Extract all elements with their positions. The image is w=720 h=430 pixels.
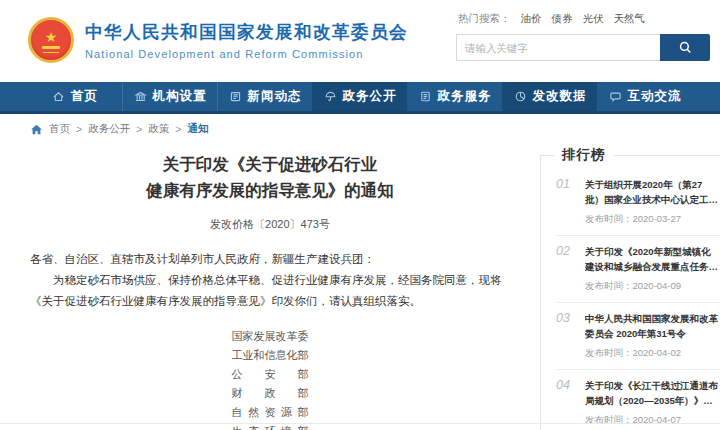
ranking-item-date: 发布时间：2020-04-07 <box>585 414 718 427</box>
ranking-number: 02 <box>556 244 578 293</box>
search-input[interactable] <box>456 34 660 61</box>
bank-icon <box>134 90 147 103</box>
nav-item-gov-services[interactable]: 政务服务 <box>407 82 502 111</box>
national-emblem-logo: ★ <box>28 17 74 63</box>
ranking-number: 04 <box>556 378 578 427</box>
breadcrumb: 首页 > 政务公开 > 政策 > 通知 <box>30 122 208 136</box>
nav-item-gov-disclosure[interactable]: 政务公开 <box>312 82 407 111</box>
star-icon: ★ <box>45 30 58 44</box>
nav-label: 发改数据 <box>533 88 587 105</box>
hot-search-link-pv[interactable]: 光伏 <box>583 12 604 26</box>
nav-label: 互动交流 <box>628 88 682 105</box>
ranking-item-link[interactable]: 关于印发《长江干线过江通道布局规划（2020—2035年）》的通知... <box>585 378 718 408</box>
ranking-item-date: 发布时间：2020-03-27 <box>585 213 718 226</box>
main-nav: 首页 机构设置 新闻动态 政务公开 政务服务 发改数据 互动交流 <box>0 82 720 114</box>
ranking-item-date: 发布时间：2020-04-09 <box>585 280 718 293</box>
pie-chart-icon <box>514 90 527 103</box>
gate-icon <box>42 46 60 49</box>
search-bar <box>456 34 714 61</box>
nav-label: 政务公开 <box>343 88 397 105</box>
ranking-item: 04 关于印发《长江干线过江通道布局规划（2020—2035年）》的通知... … <box>556 370 720 430</box>
chat-bubble-icon <box>609 90 622 103</box>
search-button[interactable] <box>660 34 710 61</box>
signatory-mof: 财政部 <box>232 384 309 403</box>
home-icon <box>52 90 65 103</box>
ranking-list: 01 关于组织开展2020年（第27批）国家企业技术中心认定工作的通知(... … <box>541 156 720 430</box>
ranking-item-date: 发布时间：2020-04-02 <box>585 347 718 360</box>
article-title-line-2: 健康有序发展的指导意见》的通知 <box>30 177 510 203</box>
site-brand[interactable]: ★ 中华人民共和国国家发展和改革委员会 National Development… <box>28 17 408 63</box>
ranking-item: 03 中华人民共和国国家发展和改革委员会 2020年第31号令 发布时间：202… <box>556 303 720 370</box>
breadcrumb-current-notice: 通知 <box>187 122 208 136</box>
content-bottom-divider <box>0 423 720 424</box>
site-title-en: National Development and Reform Commissi… <box>85 48 408 60</box>
nav-item-interaction[interactable]: 互动交流 <box>597 82 692 111</box>
signatory-mps: 公安部 <box>232 365 309 384</box>
breadcrumb-separator: > <box>76 123 82 135</box>
ranking-item-link[interactable]: 关于组织开展2020年（第27批）国家企业技术中心认定工作的通知(... <box>585 177 718 207</box>
hot-search-link-oil-price[interactable]: 油价 <box>521 12 542 26</box>
ranking-item: 02 关于印发《2020年新型城镇化建设和城乡融合发展重点任务》的通... 发布… <box>556 236 720 303</box>
hot-search-link-bonds[interactable]: 债券 <box>552 12 573 26</box>
search-area: 热门搜索： 油价 债券 光伏 天然气 <box>456 12 714 61</box>
document-icon <box>419 90 432 103</box>
article-paragraph: 为稳定砂石市场供应、保持价格总体平稳、促进行业健康有序发展，经国务院同意，现将《… <box>30 270 510 312</box>
page: ★ 中华人民共和国国家发展和改革委员会 National Development… <box>0 0 720 430</box>
article-title: 关于印发《关于促进砂石行业 健康有序发展的指导意见》的通知 <box>30 151 510 203</box>
article-title-line-1: 关于印发《关于促进砂石行业 <box>30 151 510 177</box>
signatory-miit: 工业和信息化部 <box>232 346 309 365</box>
ranking-title: 排行榜 <box>554 146 614 164</box>
nav-item-ndrc-data[interactable]: 发改数据 <box>502 82 597 111</box>
hot-search-link-gas[interactable]: 天然气 <box>614 12 646 26</box>
article-body: 各省、自治区、直辖市及计划单列市人民政府，新疆生产建设兵团： 为稳定砂石市场供应… <box>30 249 510 312</box>
magnifier-icon <box>678 40 693 55</box>
ranking-number: 01 <box>556 177 578 226</box>
ranking-item-link[interactable]: 中华人民共和国国家发展和改革委员会 2020年第31号令 <box>585 311 718 341</box>
article-salutation: 各省、自治区、直辖市及计划单列市人民政府，新疆生产建设兵团： <box>30 249 510 270</box>
nav-label: 机构设置 <box>153 88 207 105</box>
hot-search-row: 热门搜索： 油价 债券 光伏 天然气 <box>456 12 714 26</box>
umbrella-icon <box>324 90 337 103</box>
hot-search-label: 热门搜索： <box>458 12 511 26</box>
ranking-number: 03 <box>556 311 578 360</box>
signatory-list: 国家发展改革委 工业和信息化部 公安部 财政部 自然资源部 生态环境部 <box>30 327 510 430</box>
breadcrumb-home[interactable]: 首页 <box>49 122 70 136</box>
ranking-item: 01 关于组织开展2020年（第27批）国家企业技术中心认定工作的通知(... … <box>556 169 720 236</box>
home-icon <box>30 123 43 136</box>
breadcrumb-gov-disclosure[interactable]: 政务公开 <box>88 122 130 136</box>
nav-label: 新闻动态 <box>248 88 302 105</box>
breadcrumb-policy[interactable]: 政策 <box>148 122 169 136</box>
ranking-item-link[interactable]: 关于印发《2020年新型城镇化建设和城乡融合发展重点任务》的通... <box>585 244 718 274</box>
breadcrumb-separator: > <box>136 123 142 135</box>
nav-item-news[interactable]: 新闻动态 <box>217 82 312 111</box>
signatory-mnr: 自然资源部 <box>232 403 309 422</box>
site-title-zh: 中华人民共和国国家发展和改革委员会 <box>85 20 408 44</box>
news-icon <box>229 90 242 103</box>
site-title-block: 中华人民共和国国家发展和改革委员会 National Development a… <box>85 20 408 60</box>
document-number: 发改价格〔2020〕473号 <box>30 217 510 232</box>
breadcrumb-separator: > <box>175 123 181 135</box>
nav-item-home[interactable]: 首页 <box>28 82 122 111</box>
article: 关于印发《关于促进砂石行业 健康有序发展的指导意见》的通知 发改价格〔2020〕… <box>30 151 510 430</box>
nav-item-organization[interactable]: 机构设置 <box>122 82 217 111</box>
site-header: ★ 中华人民共和国国家发展和改革委员会 National Development… <box>0 0 720 82</box>
ranking-sidebar: 排行榜 01 关于组织开展2020年（第27批）国家企业技术中心认定工作的通知(… <box>540 155 720 430</box>
nav-label: 政务服务 <box>438 88 492 105</box>
nav-label: 首页 <box>71 88 98 105</box>
signatory-ndrc: 国家发展改革委 <box>232 327 309 346</box>
